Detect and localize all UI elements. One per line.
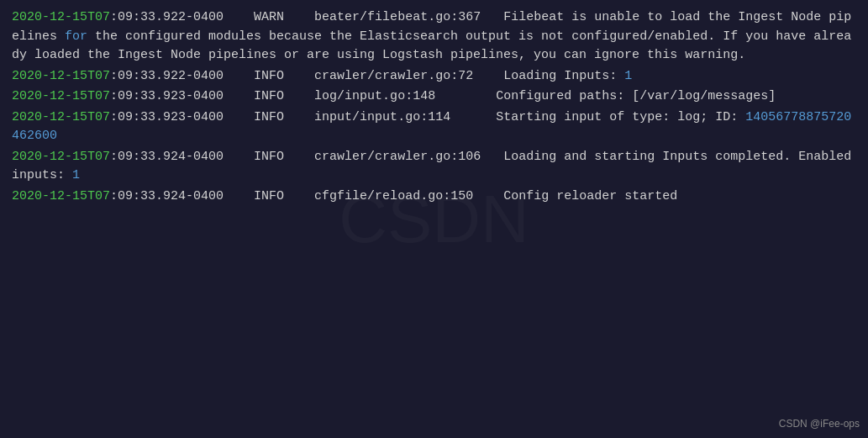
timestamp-green-3: 2020-12-15T07 (12, 89, 110, 103)
source-4: input/input.go:114 (314, 110, 450, 124)
log-line-3-text: 2020-12-15T07:09:33.923-0400 INFO log/in… (12, 87, 856, 107)
timestamp-rest-2: :09:33.922-0400 (110, 69, 224, 83)
msg-3: Configured paths: [/var/log/messages] (496, 89, 776, 103)
msg-6: Config reloader started (503, 189, 677, 203)
num-2: 1 (624, 69, 632, 83)
timestamp-rest-1: :09:33.922-0400 (110, 10, 224, 24)
level-info-2: INFO (254, 69, 284, 83)
level-warn-1: WARN (254, 10, 284, 24)
watermark: CSDN @iFee-ops (779, 416, 860, 431)
log-line-6-text: 2020-12-15T07:09:33.924-0400 INFO cfgfil… (12, 187, 856, 207)
log-entry-3: 2020-12-15T07:09:33.923-0400 INFO log/in… (12, 87, 856, 107)
log-line-4-text: 2020-12-15T07:09:33.923-0400 INFO input/… (12, 108, 856, 146)
log-entry-6: 2020-12-15T07:09:33.924-0400 INFO cfgfil… (12, 187, 856, 207)
timestamp-green-5: 2020-12-15T07 (12, 150, 110, 164)
timestamp-green-2: 2020-12-15T07 (12, 69, 110, 83)
num-5: 1 (72, 168, 80, 182)
log-line-2-text: 2020-12-15T07:09:33.922-0400 INFO crawle… (12, 67, 856, 87)
log-entry-4: 2020-12-15T07:09:33.923-0400 INFO input/… (12, 108, 856, 146)
source-5: crawler/crawler.go:106 (314, 150, 481, 164)
log-entry-5: 2020-12-15T07:09:33.924-0400 INFO crawle… (12, 148, 856, 186)
timestamp-rest-3: :09:33.923-0400 (110, 89, 224, 103)
source-3: log/input.go:148 (314, 89, 435, 103)
source-1: beater/filebeat.go:367 (314, 10, 481, 24)
keyword-for-1: for (65, 29, 87, 44)
timestamp-rest-4: :09:33.923-0400 (110, 110, 224, 124)
source-2: crawler/crawler.go:72 (314, 69, 473, 83)
log-entry-2: 2020-12-15T07:09:33.922-0400 INFO crawle… (12, 67, 856, 87)
source-6: cfgfile/reload.go:150 (314, 189, 473, 203)
timestamp-green-1: 2020-12-15T07 (12, 10, 110, 24)
timestamp-rest-5: :09:33.924-0400 (110, 150, 224, 164)
msg-2: Loading Inputs: 1 (503, 69, 632, 83)
level-info-6: INFO (254, 189, 284, 203)
log-entry-1: 2020-12-15T07:09:33.922-0400 WARN beater… (12, 8, 856, 66)
level-info-3: INFO (254, 89, 284, 103)
log-line-1-text: 2020-12-15T07:09:33.922-0400 WARN beater… (12, 8, 856, 66)
timestamp-rest-6: :09:33.924-0400 (110, 189, 224, 203)
timestamp-green-4: 2020-12-15T07 (12, 110, 110, 124)
timestamp-green-6: 2020-12-15T07 (12, 189, 110, 203)
level-info-5: INFO (254, 150, 284, 164)
log-line-5-text: 2020-12-15T07:09:33.924-0400 INFO crawle… (12, 148, 856, 186)
terminal: CSDN 2020-12-15T07:09:33.922-0400 WARN b… (0, 0, 868, 438)
level-info-4: INFO (254, 110, 284, 124)
